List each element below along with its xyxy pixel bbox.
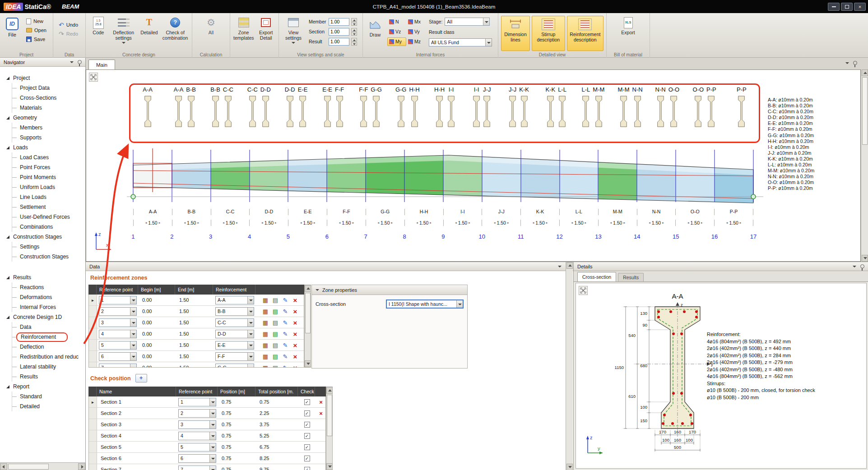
navigator-item[interactable]: Detailed xyxy=(0,401,85,411)
row-selector[interactable] xyxy=(89,306,97,317)
open-button[interactable]: Open xyxy=(24,26,48,35)
reinforcement-select[interactable]: G-G xyxy=(215,364,254,368)
zone-template-icon[interactable] xyxy=(272,330,279,338)
reinforcement-zone-row[interactable]: 6 0.00 1.50 F-F xyxy=(89,351,304,362)
chevron-down-icon[interactable] xyxy=(130,364,136,368)
cross-section-select[interactable]: I 1150(I Shape with haunc... xyxy=(386,300,464,309)
tab-results[interactable]: Results xyxy=(618,273,644,281)
delete-zone-icon[interactable] xyxy=(292,353,299,360)
check-checkbox[interactable] xyxy=(304,433,310,439)
row-selector[interactable]: ▸ xyxy=(89,396,97,407)
add-check-position-button[interactable]: + xyxy=(135,374,147,382)
navigator-horizontal-scrollbar[interactable] xyxy=(0,462,85,470)
data-panel-scrollbar[interactable] xyxy=(566,262,573,470)
chevron-down-icon[interactable] xyxy=(130,308,136,315)
spin-up-icon[interactable] xyxy=(351,38,357,41)
scroll-down-icon[interactable] xyxy=(305,360,311,367)
row-selector[interactable] xyxy=(89,317,97,328)
position-value[interactable]: 0.75 xyxy=(218,456,256,461)
chevron-down-icon[interactable] xyxy=(130,296,136,304)
begin-value[interactable]: 0.00 xyxy=(139,342,176,348)
scroll-down-icon[interactable] xyxy=(326,463,333,470)
scroll-up-icon[interactable] xyxy=(862,69,868,76)
navigator-item[interactable]: Geometry xyxy=(0,113,85,123)
scrollbar-thumb[interactable] xyxy=(862,77,868,145)
reference-point-select[interactable]: 2 xyxy=(178,409,216,418)
chevron-down-icon[interactable] xyxy=(558,266,562,267)
edit-reinforcement-icon[interactable] xyxy=(282,353,289,360)
spin-up-icon[interactable] xyxy=(351,18,357,22)
reinforcement-layout-icon[interactable] xyxy=(262,341,269,349)
check-position-row[interactable]: Section 3 3 0.75 3.75 xyxy=(89,419,325,430)
deflection-settings-button[interactable]: Deflection settings xyxy=(109,15,138,45)
chevron-down-icon[interactable] xyxy=(130,319,136,327)
tab-main[interactable]: Main xyxy=(88,60,115,69)
calculate-all-button[interactable]: ⚙ All xyxy=(200,15,223,37)
navigator-item[interactable]: Construction Stages xyxy=(0,252,85,262)
navigator-item[interactable]: Line Loads xyxy=(0,192,85,202)
section-name[interactable]: Section 2 xyxy=(97,410,176,416)
begin-value[interactable]: 0.00 xyxy=(139,354,176,359)
edit-reinforcement-icon[interactable] xyxy=(282,319,289,327)
row-selector[interactable]: ▸ xyxy=(89,295,97,305)
row-selector[interactable] xyxy=(89,408,97,419)
section-name[interactable]: Section 6 xyxy=(97,456,176,461)
force-component-toggle[interactable]: My xyxy=(387,37,406,46)
reference-point-select[interactable]: 7 xyxy=(178,465,216,470)
delete-check-icon[interactable]: × xyxy=(316,410,326,417)
reference-point-select[interactable]: 3 xyxy=(99,318,137,327)
navigator-item[interactable]: Report xyxy=(0,382,85,392)
dimension-lines-toggle[interactable]: Dimension lines xyxy=(501,16,530,51)
edit-reinforcement-icon[interactable] xyxy=(282,308,289,315)
detailed-button[interactable]: T Detailed xyxy=(138,15,161,37)
row-selector[interactable] xyxy=(89,430,97,441)
navigator-item[interactable]: Point Moments xyxy=(0,172,85,182)
delete-zone-icon[interactable] xyxy=(292,341,299,349)
scrollbar-thumb[interactable] xyxy=(8,464,49,470)
section-name[interactable]: Section 3 xyxy=(97,422,176,427)
cross-section-canvas[interactable]: A-A xyxy=(576,283,867,469)
row-selector[interactable] xyxy=(89,442,97,452)
zone-template-icon[interactable] xyxy=(272,296,279,304)
zone-properties-header[interactable]: Zone properties xyxy=(312,285,467,295)
zone-template-icon[interactable] xyxy=(272,353,279,360)
navigator-item[interactable]: Loads xyxy=(0,143,85,152)
spin-down-icon[interactable] xyxy=(351,32,357,36)
tree-expand-icon[interactable] xyxy=(6,77,9,80)
edit-reinforcement-icon[interactable] xyxy=(282,330,289,338)
navigator-item[interactable]: Results xyxy=(0,372,85,382)
navigator-item[interactable]: Settlement xyxy=(0,202,85,212)
chevron-down-icon[interactable] xyxy=(247,319,254,327)
navigator-item[interactable]: Settings xyxy=(0,242,85,252)
tree-expand-icon[interactable] xyxy=(6,385,9,388)
reinforcement-zone-row[interactable]: 5 0.00 1.50 E-E xyxy=(89,340,304,351)
canvas-vertical-scrollbar[interactable] xyxy=(861,69,868,262)
force-component-toggle[interactable]: Mx xyxy=(406,18,425,26)
chevron-down-icon[interactable] xyxy=(209,466,216,470)
reinforcement-select[interactable]: F-F xyxy=(215,352,254,361)
chevron-down-icon[interactable] xyxy=(209,398,216,406)
export-detail-button[interactable]: Export Detail xyxy=(255,15,277,42)
tree-expand-icon[interactable] xyxy=(6,235,9,239)
reinforcement-select[interactable]: A-A xyxy=(215,296,254,304)
reinforcement-layout-icon[interactable] xyxy=(262,308,269,315)
zones-table-scrollbar[interactable] xyxy=(304,285,311,368)
scroll-down-icon[interactable] xyxy=(862,255,868,262)
check-position-row[interactable]: Section 4 4 0.75 5.25 xyxy=(89,430,325,442)
reference-point-select[interactable]: 5 xyxy=(99,341,137,350)
end-value[interactable]: 1.50 xyxy=(176,320,214,325)
export-bill-button[interactable]: XLS Export xyxy=(617,15,640,37)
reinforcement-select[interactable]: C-C xyxy=(215,318,254,327)
chevron-down-icon[interactable] xyxy=(483,18,489,25)
chevron-down-icon[interactable] xyxy=(247,364,254,368)
navigator-item[interactable]: Internal Forces xyxy=(0,302,85,312)
section-name[interactable]: Section 4 xyxy=(97,433,176,438)
reinforcement-zone-row[interactable]: 4 0.00 1.50 D-D xyxy=(89,328,304,340)
stirrup-description-toggle[interactable]: Stirrup description xyxy=(532,16,565,51)
reinforcement-layout-icon[interactable] xyxy=(262,330,269,338)
navigator-item[interactable]: Cross-Sections xyxy=(0,93,85,103)
reinforcement-zone-row[interactable]: 2 0.00 1.50 B-B xyxy=(89,306,304,317)
position-value[interactable]: 0.75 xyxy=(218,433,256,438)
section-name[interactable]: Section 5 xyxy=(97,444,176,450)
scale-input[interactable] xyxy=(329,38,349,46)
